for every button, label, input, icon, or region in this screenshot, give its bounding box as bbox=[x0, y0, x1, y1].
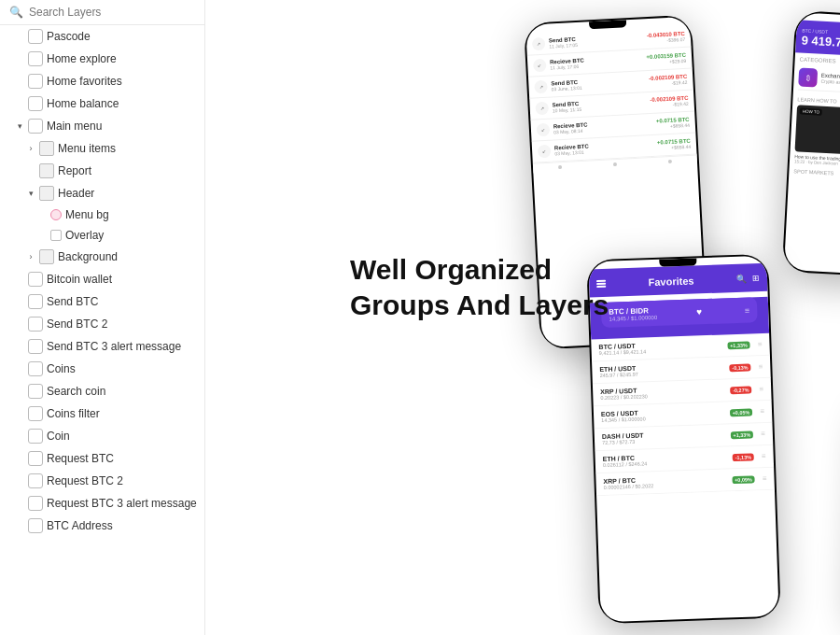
sidebar-item-label: Coins filter bbox=[47, 407, 100, 420]
sidebar-item-search-coin[interactable]: Search coin bbox=[0, 380, 204, 402]
cat-sub: Crypto asset exchange bbox=[820, 78, 840, 87]
tx-info: Recieve BTC 11 July, 17:06 bbox=[550, 54, 643, 70]
sidebar-item-send-btc-2[interactable]: Send BTC 2 bbox=[0, 313, 204, 335]
sidebar-item-coins[interactable]: Coins bbox=[0, 358, 204, 380]
phone-btc-detail: BTC / USDT 9 419.78 CATEGORIES ₿ Exchang… bbox=[782, 10, 840, 279]
search-bar[interactable]: 🔍 bbox=[0, 0, 204, 25]
phone-favorites: Favorites 🔍 ⊞ BTC / BIDR 14,345 / $1.000… bbox=[586, 254, 780, 625]
sidebar-item-overlay[interactable]: Overlay bbox=[0, 225, 204, 246]
sidebar: 🔍 Pascode Home explore Home favorites Ho… bbox=[0, 0, 205, 635]
sidebar-item-report[interactable]: Report bbox=[0, 160, 204, 182]
sidebar-item-home-explore[interactable]: Home explore bbox=[0, 48, 204, 70]
chevron-placeholder bbox=[15, 297, 24, 306]
sidebar-item-coin[interactable]: Coin bbox=[0, 425, 204, 447]
sidebar-item-label: Send BTC 2 bbox=[47, 318, 107, 331]
chevron-placeholder bbox=[15, 77, 24, 86]
sidebar-item-send-btc-3[interactable]: Send BTC 3 alert message bbox=[0, 335, 204, 358]
sidebar-item-request-btc-3[interactable]: Request BTC 3 alert message bbox=[0, 492, 204, 515]
sidebar-item-menu-bg[interactable]: Menu bg bbox=[0, 205, 204, 225]
sidebar-item-label: Home favorites bbox=[47, 75, 122, 88]
exchange-icon: ₿ bbox=[798, 67, 818, 87]
chevron-down-icon: ▾ bbox=[26, 189, 35, 198]
sidebar-item-btc-address[interactable]: BTC Address bbox=[0, 515, 204, 537]
sidebar-item-menu-items[interactable]: › Menu items bbox=[0, 137, 204, 160]
sidebar-item-header[interactable]: ▾ Header bbox=[0, 182, 204, 205]
tx-amount: +0.0715 BTC +$658.44 bbox=[656, 117, 690, 130]
sidebar-item-coins-filter[interactable]: Coins filter bbox=[0, 402, 204, 425]
chevron-placeholder bbox=[15, 476, 24, 486]
notch bbox=[589, 20, 626, 29]
menu-icon: ≡ bbox=[759, 385, 763, 393]
screen-icon bbox=[28, 272, 43, 287]
headline: Well Organized Groups And Layers bbox=[350, 252, 609, 322]
sidebar-item-label: Home explore bbox=[47, 52, 117, 65]
sidebar-item-label: Main menu bbox=[47, 120, 102, 133]
chevron-placeholder bbox=[15, 521, 24, 530]
btc-price: 9 419.78 bbox=[801, 34, 840, 54]
tx-amount: -0.002109 BTC -$19.42 bbox=[650, 95, 689, 108]
search-input[interactable] bbox=[29, 6, 195, 19]
chevron-right-icon: › bbox=[26, 252, 35, 261]
chevron-placeholder bbox=[26, 166, 35, 176]
sidebar-item-request-btc-2[interactable]: Request BTC 2 bbox=[0, 470, 204, 492]
sidebar-item-bitcoin-wallet[interactable]: Bitcoin wallet bbox=[0, 268, 204, 290]
screen-icon bbox=[28, 496, 43, 511]
video-label: HOW TO bbox=[800, 108, 823, 116]
price-badge: -1,13% bbox=[732, 453, 754, 461]
sidebar-item-home-balance[interactable]: Home balance bbox=[0, 92, 204, 115]
spot-markets-title: SPOT MARKETS bbox=[789, 166, 840, 183]
notch bbox=[659, 258, 696, 266]
screen-icon bbox=[28, 473, 43, 488]
send-icon: ↗ bbox=[535, 102, 549, 116]
chevron-placeholder bbox=[37, 210, 47, 219]
menu-icon: ≡ bbox=[763, 474, 767, 483]
chevron-placeholder bbox=[15, 319, 24, 329]
tx-amount: +0.003159 BTC +$29.09 bbox=[646, 52, 686, 65]
tx-amount: -0.043010 BTC -$396.07 bbox=[647, 31, 686, 44]
receive-icon: ↙ bbox=[538, 145, 552, 159]
menu-icon: ≡ bbox=[761, 430, 765, 438]
heart-icon[interactable]: ♥ bbox=[696, 306, 702, 317]
learn-section: LEARN HOW TO HOW TO ▶ How to use the tra… bbox=[790, 93, 840, 174]
price-badge: +0,05% bbox=[729, 408, 752, 416]
nav-dot bbox=[613, 162, 617, 166]
sidebar-item-background[interactable]: › Background bbox=[0, 246, 204, 268]
menu-icon: ≡ bbox=[762, 452, 766, 460]
screen-icon bbox=[28, 451, 43, 466]
send-icon: ↗ bbox=[534, 80, 548, 94]
fav-header: Favorites 🔍 ⊞ bbox=[589, 263, 768, 298]
coin-info: EOS / USDT 14,345 / $1.000000 bbox=[601, 406, 726, 423]
headline-line1: Well Organized bbox=[350, 252, 609, 288]
sidebar-item-label: Search coin bbox=[47, 385, 105, 398]
sidebar-item-label: Bitcoin wallet bbox=[47, 273, 112, 286]
folder-icon bbox=[39, 141, 54, 156]
nav-dot bbox=[667, 160, 671, 163]
folder-icon bbox=[39, 163, 54, 178]
chevron-placeholder bbox=[15, 431, 24, 441]
fav-card: BTC / BIDR 14,345 / $1.000000 ♥ ≡ bbox=[601, 297, 758, 328]
menu-icon: ≡ bbox=[759, 362, 763, 371]
screen-icon bbox=[28, 29, 43, 44]
sidebar-item-send-btc[interactable]: Send BTC bbox=[0, 290, 204, 313]
sidebar-item-label: BTC Address bbox=[47, 519, 113, 532]
screen-icon bbox=[28, 339, 43, 354]
qr-icon[interactable]: ⊞ bbox=[752, 274, 760, 283]
sidebar-item-home-favorites[interactable]: Home favorites bbox=[0, 70, 204, 92]
screen-icon bbox=[28, 406, 43, 421]
sidebar-item-pascode[interactable]: Pascode bbox=[0, 25, 204, 48]
chevron-placeholder bbox=[15, 409, 24, 418]
sidebar-item-label: Home balance bbox=[47, 97, 119, 110]
fav-title: Favorites bbox=[648, 275, 693, 289]
fav-card-sub: 14,345 / $1.000000 bbox=[609, 315, 657, 322]
screen-icon bbox=[28, 294, 43, 309]
chevron-down-icon: ▾ bbox=[15, 121, 24, 131]
cat-item: ₿ Exchange Crypto asset exchange bbox=[798, 64, 840, 96]
price-badge: +0,09% bbox=[732, 475, 755, 484]
sidebar-item-main-menu[interactable]: ▾ Main menu bbox=[0, 115, 204, 137]
search-icon[interactable]: 🔍 bbox=[736, 275, 747, 284]
screen-icon bbox=[28, 361, 43, 376]
headline-line2: Groups And Layers bbox=[350, 288, 609, 323]
sidebar-item-label: Request BTC 3 alert message bbox=[47, 497, 197, 510]
sidebar-item-request-btc[interactable]: Request BTC bbox=[0, 447, 204, 470]
receive-icon: ↙ bbox=[533, 59, 547, 73]
